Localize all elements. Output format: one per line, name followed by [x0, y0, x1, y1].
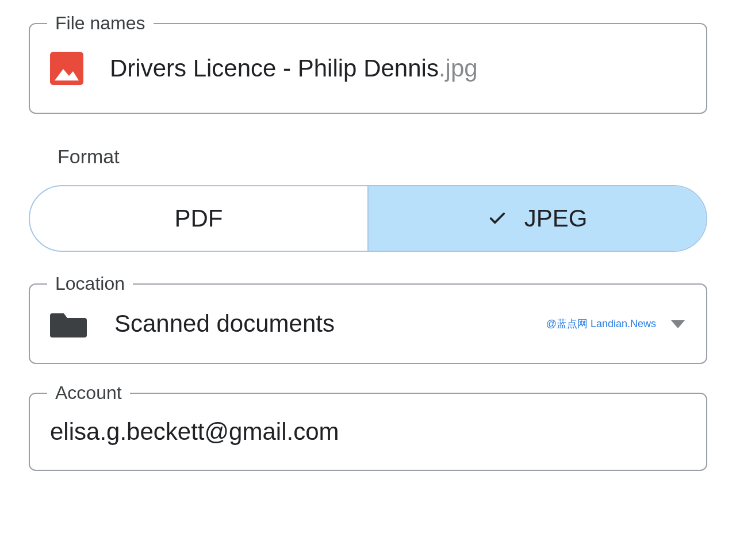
location-legend: Location — [47, 273, 133, 294]
format-segmented-control: PDF JPEG — [29, 185, 707, 252]
file-name-text: Drivers Licence - Philip Dennis.jpg — [110, 55, 478, 82]
account-legend: Account — [47, 382, 130, 404]
location-right: @蓝点网 Landian.News — [546, 317, 686, 331]
location-row: Scanned documents @蓝点网 Landian.News — [50, 309, 686, 339]
file-names-field[interactable]: File names Drivers Licence - Philip Denn… — [29, 23, 707, 114]
file-names-legend: File names — [47, 13, 154, 34]
format-label: Format — [57, 145, 707, 168]
watermark-text: @蓝点网 Landian.News — [546, 317, 656, 331]
folder-icon — [50, 309, 87, 339]
format-option-jpeg[interactable]: JPEG — [369, 186, 706, 251]
image-icon — [50, 52, 83, 85]
format-section: Format PDF JPEG — [29, 145, 707, 252]
account-field[interactable]: Account elisa.g.beckett@gmail.com — [29, 393, 707, 471]
location-left: Scanned documents — [50, 309, 335, 339]
location-folder-name: Scanned documents — [114, 310, 335, 337]
account-email: elisa.g.beckett@gmail.com — [50, 418, 686, 446]
file-name-base: Drivers Licence - Philip Dennis — [110, 55, 439, 82]
svg-marker-2 — [671, 320, 685, 328]
file-row: Drivers Licence - Philip Dennis.jpg — [50, 52, 686, 85]
file-name-ext: .jpg — [439, 55, 478, 82]
format-option-jpeg-label: JPEG — [524, 205, 588, 232]
format-option-pdf-label: PDF — [175, 205, 223, 232]
location-field[interactable]: Location Scanned documents @蓝点网 Landian.… — [29, 283, 707, 364]
format-option-pdf[interactable]: PDF — [30, 186, 369, 251]
chevron-down-icon[interactable] — [670, 318, 686, 329]
check-icon — [488, 209, 507, 228]
